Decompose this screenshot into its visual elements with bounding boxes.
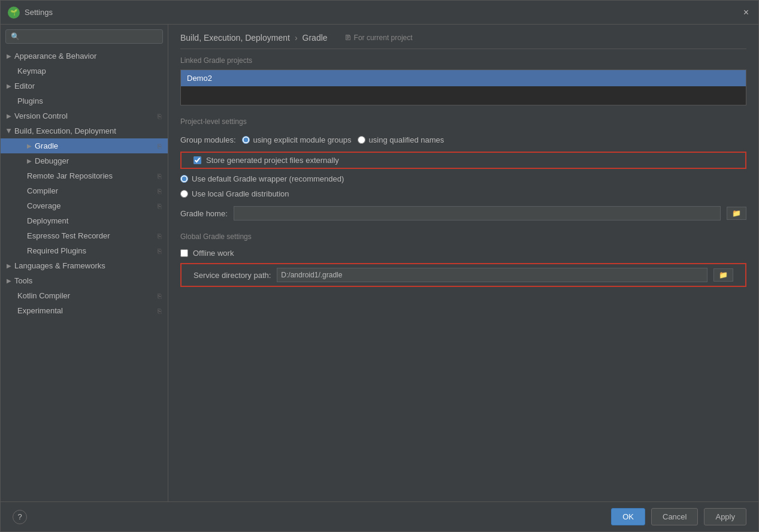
global-gradle-settings-label: Global Gradle settings	[168, 225, 758, 246]
main-header: Build, Execution, Deployment › Gradle 🖹 …	[168, 25, 758, 49]
store-files-checkbox[interactable]	[193, 156, 201, 164]
service-dir-browse-button[interactable]: 📁	[713, 268, 733, 282]
breadcrumb-separator: ›	[295, 33, 298, 43]
sidebar-item-tools[interactable]: ▶ Tools	[1, 273, 168, 288]
copy-icon: ⎘	[158, 173, 162, 180]
window-title: Settings	[25, 8, 741, 17]
sidebar-item-editor[interactable]: ▶ Editor	[1, 78, 168, 93]
group-modules-row: Group modules: using explicit module gro…	[168, 131, 758, 149]
sidebar-item-version-control[interactable]: ▶ Version Control ⎘	[1, 108, 168, 123]
content-area: 🔍 ▶ Appearance & Behavior Keymap ▶ Edito…	[1, 25, 758, 501]
search-input[interactable]	[22, 32, 158, 41]
apply-button[interactable]: Apply	[704, 508, 746, 525]
sidebar: 🔍 ▶ Appearance & Behavior Keymap ▶ Edito…	[1, 25, 168, 501]
sidebar-item-deployment[interactable]: Deployment	[1, 213, 168, 228]
project-level-settings-label: Project-level settings	[168, 110, 758, 131]
gradle-home-browse-button[interactable]: 📁	[727, 207, 746, 220]
use-default-wrapper-radio[interactable]	[180, 175, 188, 183]
search-box[interactable]: 🔍	[5, 29, 163, 44]
sidebar-item-plugins[interactable]: Plugins	[1, 93, 168, 108]
sidebar-item-label: Keymap	[17, 66, 46, 75]
sidebar-item-build-exec[interactable]: ▶ Build, Execution, Deployment	[1, 123, 168, 138]
ok-button[interactable]: OK	[611, 508, 645, 525]
bottom-bar: ? OK Cancel Apply	[1, 501, 758, 531]
sidebar-item-label: Kotlin Compiler	[17, 291, 70, 300]
sidebar-item-label: Coverage	[27, 201, 61, 210]
main-content: Build, Execution, Deployment › Gradle 🖹 …	[168, 25, 758, 501]
store-files-row: Store generated project files externally	[180, 152, 746, 169]
gradle-home-row: Gradle home: 📁	[168, 201, 758, 225]
copy-icon: ⎘	[158, 143, 162, 150]
arrow-icon: ▶	[7, 83, 11, 89]
sidebar-item-debugger[interactable]: ▶ Debugger	[1, 153, 168, 168]
copy-icon: ⎘	[158, 202, 162, 210]
service-dir-input[interactable]	[277, 268, 707, 282]
breadcrumb-current: Gradle	[303, 33, 328, 43]
arrow-icon: ▶	[7, 53, 11, 59]
sidebar-item-label: Debugger	[35, 156, 69, 165]
sidebar-item-label: Gradle	[35, 141, 58, 150]
linked-project-item[interactable]: Demo2	[181, 70, 746, 86]
sidebar-item-label: Plugins	[17, 96, 43, 105]
use-local-distribution-label[interactable]: Use local Gradle distribution	[180, 189, 289, 198]
for-current-project: 🖹 For current project	[344, 34, 413, 42]
radio-explicit-label[interactable]: using explicit module groups	[242, 135, 352, 144]
sidebar-item-label: Tools	[14, 276, 32, 285]
copy-icon: ⎘	[158, 113, 162, 120]
cancel-button[interactable]: Cancel	[651, 508, 698, 525]
sidebar-item-label: Version Control	[14, 111, 68, 120]
sidebar-item-label: Remote Jar Repositories	[27, 171, 113, 180]
sidebar-item-label: Experimental	[17, 306, 63, 315]
arrow-icon: ▶	[27, 143, 32, 149]
sidebar-item-label: Languages & Frameworks	[14, 261, 105, 270]
sidebar-item-label: Appearance & Behavior	[14, 52, 96, 61]
gradle-home-input[interactable]	[234, 206, 721, 220]
radio-qualified-input[interactable]	[358, 136, 365, 144]
settings-window: 🌱 Settings × 🔍 ▶ Appearance & Behavior K…	[0, 0, 759, 532]
sidebar-item-espresso[interactable]: Espresso Test Recorder ⎘	[1, 228, 168, 243]
help-button[interactable]: ?	[13, 510, 27, 524]
sidebar-item-experimental[interactable]: Experimental ⎘	[1, 303, 168, 318]
sidebar-item-coverage[interactable]: Coverage ⎘	[1, 198, 168, 213]
sidebar-item-required-plugins[interactable]: Required Plugins ⎘	[1, 243, 168, 258]
app-icon: 🌱	[8, 7, 20, 19]
sidebar-item-label: Compiler	[27, 186, 58, 195]
sidebar-item-label: Espresso Test Recorder	[27, 231, 110, 240]
sidebar-item-gradle[interactable]: ▶ Gradle ⎘	[1, 138, 168, 153]
search-icon: 🔍	[11, 32, 20, 41]
gradle-home-label: Gradle home:	[180, 209, 228, 218]
title-bar: 🌱 Settings ×	[1, 1, 758, 25]
breadcrumb-parent: Build, Execution, Deployment	[180, 33, 290, 43]
arrow-icon: ▶	[6, 129, 13, 134]
use-default-wrapper-row: Use default Gradle wrapper (recommended)	[168, 171, 758, 186]
close-button[interactable]: ×	[741, 5, 751, 20]
use-local-distribution-row: Use local Gradle distribution	[168, 186, 758, 201]
linked-gradle-label: Linked Gradle projects	[168, 49, 758, 69]
use-local-distribution-text: Use local Gradle distribution	[192, 189, 289, 198]
group-modules-label: Group modules:	[180, 135, 236, 144]
offline-work-label: Offline work	[193, 249, 234, 258]
sidebar-item-kotlin-compiler[interactable]: Kotlin Compiler ⎘	[1, 288, 168, 303]
sidebar-item-appearance[interactable]: ▶ Appearance & Behavior	[1, 49, 168, 64]
radio-explicit-input[interactable]	[242, 136, 250, 144]
radio-qualified-label[interactable]: using qualified names	[358, 135, 444, 144]
sidebar-item-label: Build, Execution, Deployment	[14, 126, 116, 135]
radio-qualified-text: using qualified names	[369, 135, 444, 144]
arrow-icon: ▶	[7, 113, 11, 119]
use-default-wrapper-text: Use default Gradle wrapper (recommended)	[192, 174, 344, 183]
offline-work-checkbox[interactable]	[180, 249, 188, 257]
sidebar-item-languages[interactable]: ▶ Languages & Frameworks	[1, 258, 168, 273]
copy-icon: ⎘	[158, 232, 162, 240]
sidebar-item-remote-jar[interactable]: Remote Jar Repositories ⎘	[1, 168, 168, 183]
sidebar-item-keymap[interactable]: Keymap	[1, 64, 168, 78]
for-current-project-label: For current project	[354, 34, 413, 42]
copy-icon: ⎘	[158, 247, 162, 255]
service-dir-row: Service directory path: 📁	[180, 263, 746, 287]
project-icon: 🖹	[344, 34, 352, 42]
use-default-wrapper-label[interactable]: Use default Gradle wrapper (recommended)	[180, 174, 344, 183]
store-files-label: Store generated project files externally	[206, 156, 339, 165]
service-dir-label: Service directory path:	[193, 271, 271, 280]
use-local-distribution-radio[interactable]	[180, 190, 188, 198]
sidebar-item-label: Deployment	[27, 216, 68, 225]
sidebar-item-compiler[interactable]: Compiler ⎘	[1, 183, 168, 198]
